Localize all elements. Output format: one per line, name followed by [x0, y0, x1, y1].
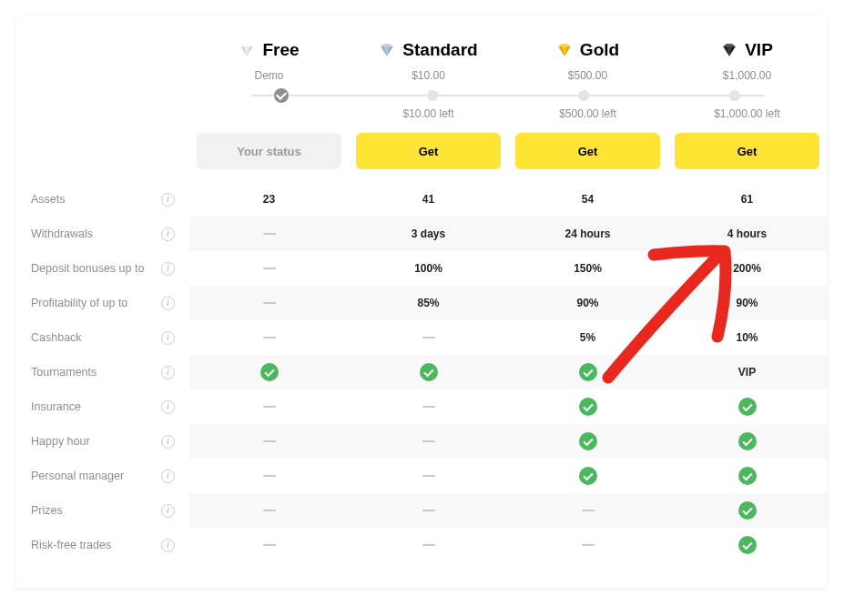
feature-label: Tournamentsi [16, 355, 189, 389]
info-icon[interactable]: i [161, 504, 175, 518]
feature-label: Assetsi [16, 182, 189, 217]
dash-icon [263, 544, 276, 547]
info-icon[interactable]: i [161, 227, 175, 241]
check-icon [738, 398, 757, 416]
feature-cell: 24 hours [508, 217, 667, 251]
tier-threshold-gold: $500.00 [508, 69, 667, 87]
dash-icon [263, 233, 276, 236]
feature-label-text: Prizes [31, 504, 161, 518]
feature-value: 90% [736, 297, 758, 309]
feature-cell [189, 528, 349, 562]
progress-dot-standard [427, 90, 438, 101]
check-icon [738, 501, 757, 520]
dash-icon [422, 337, 435, 339]
action-cell-gold: Get [508, 133, 667, 182]
feature-cell: 100% [349, 251, 508, 286]
get-button-gold[interactable]: Get [515, 133, 660, 169]
action-cell-standard: Get [349, 133, 508, 182]
feature-cell: 4 hours [667, 217, 827, 251]
tier-left-vip: $1,000.00 left [667, 107, 827, 133]
get-button-vip[interactable]: Get [675, 133, 819, 169]
feature-cell: 61 [667, 182, 827, 217]
pricing-card: FreeStandardGoldVIPDemo$10.00$500.00$1,0… [16, 16, 827, 588]
tier-name: Free [262, 40, 299, 60]
feature-label-text: Cashback [31, 331, 161, 345]
info-icon[interactable]: i [161, 435, 175, 449]
feature-label-text: Profitability of up to [31, 297, 161, 310]
info-icon[interactable]: i [161, 366, 175, 379]
feature-cell: VIP [667, 355, 827, 389]
check-icon [579, 432, 597, 450]
tier-name: Standard [402, 40, 477, 60]
info-icon[interactable]: i [161, 193, 175, 207]
feature-cell: 3 days [349, 217, 508, 251]
tier-name: Gold [580, 40, 619, 60]
info-icon[interactable]: i [161, 297, 175, 310]
dash-icon [422, 440, 435, 443]
feature-value: 61 [741, 193, 753, 206]
feature-value: 10% [736, 331, 758, 344]
dash-icon [582, 510, 595, 512]
dash-icon [263, 302, 276, 305]
dash-icon [422, 475, 435, 478]
diamond-icon [721, 42, 737, 58]
check-icon [579, 398, 597, 416]
feature-cell [349, 355, 508, 389]
feature-cell [508, 389, 667, 424]
progress-dot-free [274, 88, 289, 103]
feature-cell: 150% [508, 251, 667, 286]
tier-header-gold: Gold [508, 16, 667, 69]
tier-left-gold: $500.00 left [508, 107, 667, 133]
info-icon[interactable]: i [161, 470, 175, 483]
feature-value: 100% [414, 262, 442, 275]
feature-cell [349, 320, 508, 355]
feature-cell [667, 459, 827, 493]
feature-label: Profitability of up toi [16, 286, 189, 320]
feature-cell [349, 493, 508, 528]
feature-label: Deposit bonuses up toi [16, 251, 189, 286]
info-icon[interactable]: i [161, 262, 175, 276]
feature-cell [349, 528, 508, 562]
feature-label: Cashbacki [16, 320, 189, 355]
feature-label-text: Deposit bonuses up to [31, 262, 161, 276]
feature-cell [349, 389, 508, 424]
progress-line [251, 95, 765, 96]
tier-header-vip: VIP [667, 16, 827, 69]
dash-icon [263, 475, 276, 478]
dash-icon [263, 510, 276, 512]
action-cell-free: Your status [189, 133, 349, 182]
feature-value: 54 [582, 193, 594, 206]
check-icon [260, 363, 279, 381]
feature-cell: 200% [667, 251, 827, 286]
feature-cell [189, 355, 349, 389]
tier-progress-bar [206, 87, 810, 104]
info-icon[interactable]: i [161, 400, 175, 414]
feature-cell: 5% [508, 320, 667, 355]
info-icon[interactable]: i [161, 539, 175, 552]
diamond-icon [379, 42, 395, 58]
your-status-button: Your status [197, 133, 341, 169]
feature-cell [667, 528, 827, 562]
get-button-standard[interactable]: Get [356, 133, 501, 169]
feature-value: 90% [576, 297, 598, 309]
feature-cell: 90% [667, 286, 827, 320]
header-spacer [16, 26, 189, 59]
tier-header-free: Free [189, 16, 349, 69]
dash-icon [582, 544, 595, 547]
feature-value: 24 hours [564, 227, 610, 240]
feature-label-text: Insurance [31, 400, 161, 414]
feature-value: 41 [422, 193, 434, 206]
info-icon[interactable]: i [161, 331, 175, 345]
check-icon [738, 536, 757, 554]
tier-threshold-free: Demo [189, 69, 349, 87]
feature-label: Happy houri [16, 424, 189, 459]
feature-cell [508, 493, 667, 528]
feature-value: 200% [733, 262, 761, 275]
feature-value: 23 [263, 193, 275, 206]
feature-cell [667, 424, 827, 459]
progress-dot-vip [729, 90, 740, 101]
feature-cell [189, 286, 349, 320]
check-icon [420, 363, 438, 381]
dash-icon [422, 510, 435, 512]
dash-icon [263, 406, 276, 409]
